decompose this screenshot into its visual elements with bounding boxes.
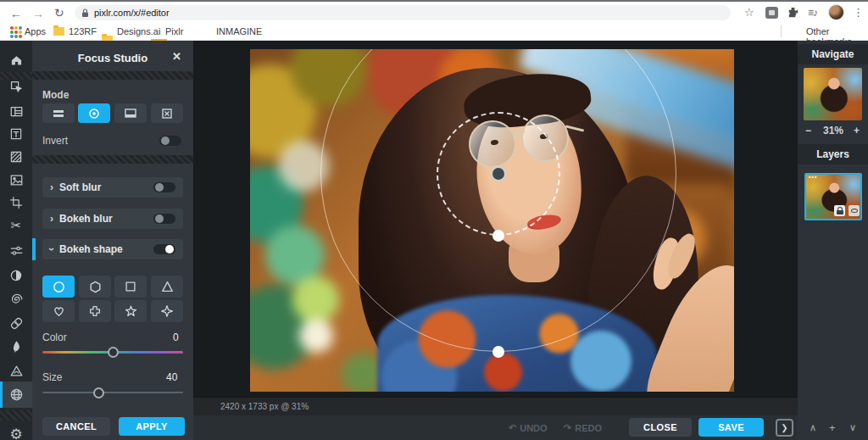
active-section-indicator [32,238,36,260]
focus-center-handle[interactable] [491,166,506,181]
bookmark-folder-designsai[interactable]: Designs.ai [117,26,160,36]
profile-avatar[interactable] [828,4,844,20]
invert-toggle[interactable] [159,136,181,146]
size-slider-handle[interactable] [93,387,104,398]
arrange-tool-icon[interactable] [0,75,32,98]
shape-triangle-button[interactable] [151,276,183,298]
divider [781,25,782,37]
settings-gear-icon[interactable]: ⚙ [0,422,32,440]
tools-sidebar: ✂ ⚙ [0,41,32,440]
fill-pattern-tool-icon[interactable] [0,145,32,169]
radial-mode-button[interactable] [78,103,110,123]
bokeh-shape-label: Bokeh shape [59,243,147,255]
undo-button[interactable]: ↶ UNDO [509,422,548,433]
folder-icon [53,27,64,36]
bokeh-shape-toggle[interactable] [153,244,175,254]
shape-square-button[interactable] [114,276,147,298]
active-tool-indicator [0,382,3,408]
draw-tool-icon[interactable] [0,335,32,359]
divider [32,71,193,80]
shape-star-button[interactable] [114,300,147,322]
layer-item[interactable]: ••• [804,173,862,220]
right-sidebar: Navigate − 31% + Layers ••• ∧ + ∨ [798,41,868,440]
chevron-right-icon: › [50,213,53,225]
soft-blur-toggle[interactable] [153,182,175,192]
bokeh-blur-label: Bokeh blur [59,213,147,225]
none-mode-button[interactable] [151,103,183,123]
color-slider-handle[interactable] [108,347,119,358]
apps-grid-icon[interactable] [10,26,22,38]
extension-badge-icon[interactable] [765,7,778,19]
save-button[interactable]: SAVE [698,418,764,437]
mirror-mode-button[interactable] [114,103,147,123]
collapse-panel-icon[interactable]: ❯ [776,419,793,437]
shape-heart-button[interactable] [42,300,75,322]
browser-toolbar: ← → ↻ pixlr.com/x/#editor ☆ ≡♪ ⋮ [0,0,868,23]
lock-icon [81,8,89,18]
mode-button-group [42,103,183,123]
home-icon[interactable] [0,48,32,72]
zoom-in-button[interactable]: + [854,125,860,136]
layer-visibility-icon[interactable] [849,205,860,216]
cut-tool-icon[interactable]: ✂ [0,214,32,237]
bokeh-shape-section[interactable]: › Bokeh shape [42,239,183,259]
image-dimensions-text: 2420 x 1733 px @ 31% [220,402,309,411]
forward-icon[interactable]: → [32,8,44,19]
redo-button[interactable]: ↷ REDO [564,422,602,433]
effect-tool-icon[interactable] [0,359,32,382]
extensions-puzzle-icon[interactable] [787,6,799,19]
reload-icon[interactable]: ↻ [54,7,64,19]
shape-circle-button[interactable] [42,276,75,298]
invert-label: Invert [42,135,68,147]
add-layer-icon[interactable]: + [829,421,836,434]
shape-hexagon-button[interactable] [79,276,111,298]
text-tool-icon[interactable] [0,122,32,146]
redo-icon: ↷ [564,422,571,433]
divider [32,155,193,164]
bokeh-blur-toggle[interactable] [153,214,175,224]
layer-move-up-icon[interactable]: ∧ [810,422,816,433]
chrome-menu-icon[interactable]: ⋮ [853,7,864,18]
close-button[interactable]: CLOSE [629,418,692,437]
layer-menu-dots-icon[interactable]: ••• [809,174,817,180]
shape-sparkle-button[interactable] [151,300,183,322]
focus-outer-handle[interactable] [492,346,504,358]
apply-button[interactable]: APPLY [119,417,185,436]
size-slider-track[interactable] [42,392,183,393]
bookmark-folder-inmagine[interactable]: INMAGINE [216,26,262,36]
bokeh-blur-section[interactable]: › Bokeh blur [42,209,183,229]
close-icon[interactable]: ✕ [172,50,181,63]
liquify-tool-icon[interactable] [0,287,32,311]
crop-tool-icon[interactable] [0,191,32,214]
soft-blur-section[interactable]: › Soft blur [42,177,183,198]
zoom-out-button[interactable]: − [805,125,811,136]
back-icon[interactable]: ← [10,8,22,19]
bookmark-star-icon[interactable]: ☆ [744,7,754,18]
media-list-icon[interactable]: ≡♪ [808,7,817,19]
shape-plus-button[interactable] [79,300,111,322]
focus-tool-icon[interactable] [0,382,32,408]
layout-tool-icon[interactable] [0,99,32,123]
focus-inner-handle[interactable] [492,230,504,242]
soft-blur-label: Soft blur [59,181,147,193]
layer-lock-icon[interactable] [834,205,845,216]
divider [0,410,32,421]
image-tool-icon[interactable] [0,168,32,192]
bottom-action-bar: ↶ UNDO ↷ REDO CLOSE SAVE ❯ [193,415,798,440]
cancel-button[interactable]: CANCEL [42,417,110,436]
bookmark-apps[interactable]: Apps [25,26,46,36]
linear-mode-button[interactable] [42,103,75,123]
chevron-right-icon: › [50,181,53,193]
filter-tool-icon[interactable] [0,264,32,287]
retouch-tool-icon[interactable] [0,311,32,335]
undo-icon: ↶ [509,422,516,433]
navigate-panel-title: Navigate [798,44,868,64]
photo-canvas[interactable] [250,49,734,392]
adjust-tool-icon[interactable] [0,238,32,262]
bookmark-folder-123rf[interactable]: 123RF [69,26,97,36]
bookmark-folder-pixlr[interactable]: Pixlr [165,26,183,36]
navigate-thumbnail[interactable] [804,68,862,120]
layer-move-down-icon[interactable]: ∨ [849,422,856,433]
size-label: Size [42,371,62,383]
address-bar[interactable]: pixlr.com/x/#editor [75,5,731,20]
